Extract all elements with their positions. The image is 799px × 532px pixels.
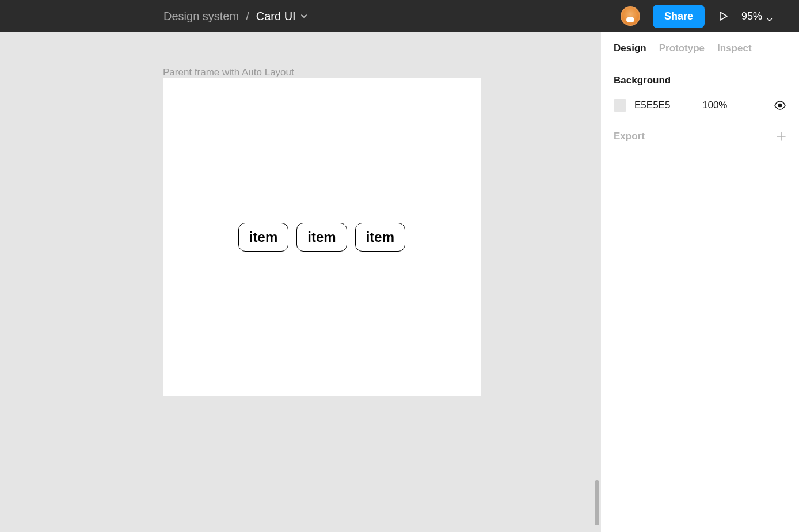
background-hex[interactable]: E5E5E5 [634,100,680,111]
breadcrumb: Design system / Card UI [163,10,307,23]
breadcrumb-current[interactable]: Card UI [256,10,307,23]
canvas[interactable]: Parent frame with Auto Layout item item … [0,32,600,532]
properties-panel: Design Prototype Inspect Background E5E5… [600,32,799,532]
background-swatch[interactable] [614,99,626,112]
panel-tabs: Design Prototype Inspect [601,32,799,64]
add-export-icon[interactable] [776,131,786,142]
item-card[interactable]: item [296,223,347,252]
top-toolbar: Design system / Card UI Share 95% [0,0,799,32]
background-title: Background [614,75,786,86]
chevron-down-icon [300,13,307,20]
background-row: E5E5E5 100% [614,99,786,112]
breadcrumb-parent[interactable]: Design system [163,10,239,23]
svg-point-0 [778,104,782,107]
tab-inspect[interactable]: Inspect [717,43,752,54]
breadcrumb-separator: / [246,10,249,23]
item-card[interactable]: item [355,223,405,252]
item-card[interactable]: item [238,223,288,252]
tab-design[interactable]: Design [614,43,646,54]
visibility-icon[interactable] [774,99,786,112]
background-opacity[interactable]: 100% [702,100,727,111]
avatar[interactable] [621,6,640,26]
parent-frame[interactable]: item item item [163,78,481,396]
share-button[interactable]: Share [653,5,705,28]
toolbar-right: Share 95% [621,5,799,28]
scrollbar-thumb[interactable] [595,480,599,525]
zoom-control[interactable]: 95% [741,10,773,22]
frame-label[interactable]: Parent frame with Auto Layout [163,67,294,78]
background-section: Background E5E5E5 100% [601,64,799,120]
export-section: Export [601,120,799,153]
export-title: Export [614,131,645,142]
tab-prototype[interactable]: Prototype [659,43,705,54]
present-icon[interactable] [717,10,729,22]
zoom-value: 95% [741,10,762,22]
breadcrumb-current-label: Card UI [256,10,296,23]
chevron-down-icon [767,13,773,19]
